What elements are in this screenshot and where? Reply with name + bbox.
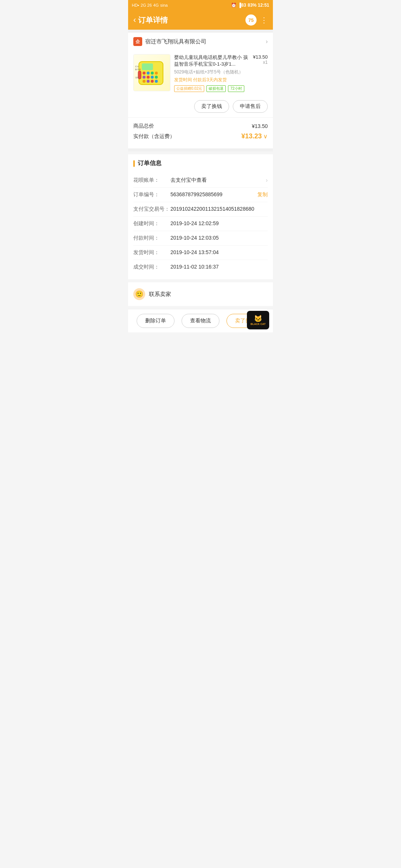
alarm-icon: ⏰ [231,3,237,8]
huabei-chevron-icon: › [266,177,268,184]
actual-price-value: ¥13.23 [241,132,262,140]
order-info-section: 订单信息 花呗账单： 去支付宝中查看 › 订单编号： 5636878799258… [128,154,273,279]
total-price-row: 商品总价 ¥13.50 [133,123,268,129]
product-info: 婴幼儿童玩具电话机婴儿早教小 孩益智音乐手机宝宝0-1-3岁1... ¥13.5… [174,54,268,92]
signal-bars-2: 4G [153,3,159,7]
tag-hours: 72小时 [228,85,244,92]
divider-2 [128,148,273,151]
back-icon[interactable]: ‹ [133,16,136,24]
more-icon[interactable]: ⋮ [260,16,268,24]
black-cat-face-icon: 🐱 [254,315,262,322]
product-title: 婴幼儿童玩具电话机婴儿早教小 孩益智音乐手机宝宝0-1-3岁1... [174,54,251,68]
create-time-key: 创建时间： [133,220,170,227]
huabei-row[interactable]: 花呗账单： 去支付宝中查看 › [133,173,268,188]
total-price-label: 商品总价 [133,123,154,129]
shop-chevron-icon: › [266,38,268,45]
svg-point-11 [143,80,146,83]
status-bar: HD▪ 2G 26 4G sina ⏰ ▐83 83% 12:51 [128,0,273,10]
product-spec: 5029电话+贴纸+3节5号（色随机） [174,69,268,75]
copy-button[interactable]: 复制 [257,191,268,198]
divider-1 [128,30,273,33]
huabei-value: 去支付宝中查看 [170,177,266,184]
product-qty: x1 [263,60,268,65]
order-number-value: 563687879925885699 [170,191,257,197]
svg-text:数字键: 数字键 [135,68,141,70]
svg-rect-1 [142,63,153,70]
svg-point-4 [147,72,150,75]
ship-time-value: 2019-10-24 13:57:04 [170,249,268,255]
product-title-row: 婴幼儿童玩具电话机婴儿早教小 孩益智音乐手机宝宝0-1-3岁1... ¥13.5… [174,54,268,68]
create-time-value: 2019-10-24 12:02:59 [170,220,268,226]
svg-point-10 [155,76,158,79]
carrier: sina [160,3,167,7]
apply-after-sale-button[interactable]: 申请售后 [233,100,268,113]
deal-time-value: 2019-11-02 10:16:37 [170,264,268,270]
alipay-tx-key: 支付宝交易号： [133,206,170,213]
svg-point-9 [151,76,154,79]
product-section: 灯光 数字键 话筒 婴幼儿童玩具电话机婴儿早教小 孩益智音乐手机宝宝0-1-3岁… [128,50,273,96]
svg-point-3 [143,72,146,75]
header-right: 75 ⋮ [245,14,268,26]
network-icon: HD▪ [132,3,139,7]
svg-point-13 [151,80,154,83]
svg-point-5 [151,72,154,75]
payment-time-key: 付款时间： [133,235,170,241]
signal-bars: 2G 26 [141,3,152,7]
product-shipping: 发货时间 付款后3天内发货 [174,77,268,83]
create-time-row: 创建时间： 2019-10-24 12:02:59 [133,217,268,231]
svg-text:灯光: 灯光 [135,65,139,68]
deal-time-row: 成交时间： 2019-11-02 10:16:37 [133,260,268,274]
tag-damage: 破损包退 [206,85,226,92]
svg-text:话筒: 话筒 [135,76,139,79]
page-title: 订单详情 [138,15,168,25]
svg-point-12 [147,80,150,83]
svg-point-6 [155,72,158,75]
time: 83% 12:51 [248,3,269,8]
delete-order-button[interactable]: 删除订单 [137,314,175,328]
status-left: HD▪ 2G 26 4G sina [132,3,168,7]
shop-row[interactable]: 企 宿迁市飞翔玩具有限公司 › [128,33,273,50]
action-buttons: 卖了换钱 申请售后 [128,96,273,117]
svg-point-8 [147,76,150,79]
deal-time-key: 成交时间： [133,264,170,270]
cart-badge[interactable]: 75 [245,14,257,26]
product-image-placeholder: 灯光 数字键 话筒 [134,55,170,91]
section-title-bar [133,160,135,167]
order-info-title-text: 订单信息 [138,160,162,167]
ship-time-key: 发货时间： [133,249,170,256]
huabei-key: 花呗账单： [133,177,170,184]
alipay-tx-value: 20191024220011321514051828680 [170,206,268,212]
svg-point-7 [143,76,146,79]
shop-name: 宿迁市飞翔玩具有限公司 [145,38,263,45]
total-price-value: ¥13.50 [252,123,268,129]
contact-seller-label: 联系卖家 [149,291,171,298]
svg-point-14 [155,80,158,83]
payment-time-row: 付款时间： 2019-10-24 12:03:05 [133,231,268,246]
header-left: ‹ 订单详情 [133,15,168,25]
product-row: 灯光 数字键 话筒 婴幼儿童玩具电话机婴儿早教小 孩益智音乐手机宝宝0-1-3岁… [133,54,268,92]
alipay-tx-row: 支付宝交易号： 20191024220011321514051828680 [133,202,268,217]
shop-icon: 企 [133,37,142,46]
product-image: 灯光 数字键 话筒 [133,54,170,91]
payment-time-value: 2019-10-24 12:03:05 [170,235,268,241]
sell-for-cash-button[interactable]: 卖了换钱 [194,100,229,113]
view-logistics-button[interactable]: 查看物流 [182,314,219,328]
status-right: ⏰ ▐83 83% 12:51 [231,3,269,8]
product-price: ¥13.50 [253,54,268,60]
contact-section[interactable]: 🙂 联系卖家 [128,282,273,306]
ship-time-row: 发货时间： 2019-10-24 13:57:04 [133,246,268,260]
price-section: 商品总价 ¥13.50 实付款（含运费） ¥13.23 ∨ [128,117,273,148]
price-chevron-icon: ∨ [263,133,268,140]
actual-price-row: 实付款（含运费） ¥13.23 ∨ [133,132,268,140]
black-cat-text: BLACK CAT [251,323,265,325]
order-number-row: 订单编号： 563687879925885699 复制 [133,188,268,202]
actual-price-actual[interactable]: ¥13.23 ∨ [241,132,268,140]
actual-price-label: 实付款（含运费） [133,133,175,140]
order-info-title: 订单信息 [133,160,268,167]
header: ‹ 订单详情 75 ⋮ [128,10,273,30]
order-number-key: 订单编号： [133,191,170,198]
product-tags: 公益捐赠0.02元 破损包退 72小时 [174,85,268,92]
battery-icon: ▐83 [238,3,246,8]
black-cat-logo: 🐱 BLACK CAT [247,311,269,329]
contact-seller-icon: 🙂 [133,288,145,300]
